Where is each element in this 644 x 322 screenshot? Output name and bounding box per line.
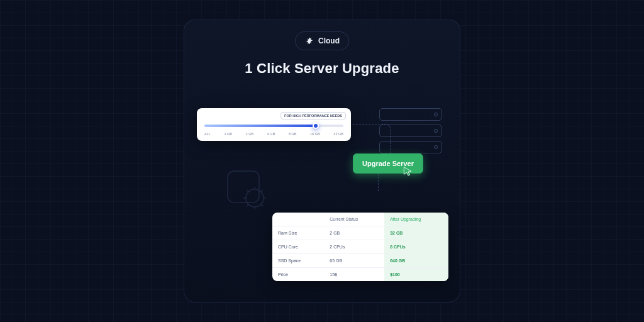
brand-icon — [304, 36, 314, 46]
tick: ALL — [204, 132, 211, 136]
connector-line — [353, 124, 391, 155]
table-row: Price15$$160 — [272, 268, 448, 282]
tick: 4 GB — [267, 132, 275, 136]
feature-card: Cloud 1 Click Server Upgrade FOR HIGH PE… — [184, 19, 460, 303]
server-icon — [379, 108, 442, 121]
row-label: CPU Core — [272, 240, 324, 254]
table-row: CPU Core2 CPUs8 CPUs — [272, 240, 448, 254]
table-row: SSD Space65 GB640 GB — [272, 254, 448, 268]
comparison-table: Current Status After Upgrading Ram Size2… — [272, 213, 448, 281]
cursor-icon — [402, 166, 414, 179]
col-header-after: After Upgrading — [384, 213, 448, 226]
table-row: Ram Size2 GB32 GB — [272, 226, 448, 240]
brand-pill: Cloud — [295, 31, 349, 50]
tick: 1 GB — [224, 132, 232, 136]
after-value: $160 — [384, 268, 448, 282]
tick: 2 GB — [246, 132, 254, 136]
tick: 32 GB — [333, 132, 343, 136]
slider-fill — [204, 125, 316, 127]
current-value: 2 CPUs — [324, 240, 384, 254]
row-label: Ram Size — [272, 226, 324, 240]
after-value: 32 GB — [384, 226, 448, 240]
slider-track[interactable] — [204, 125, 343, 127]
col-header-current: Current Status — [324, 213, 384, 226]
svg-point-1 — [246, 189, 264, 207]
current-value: 2 GB — [324, 226, 384, 240]
current-value: 15$ — [324, 268, 384, 282]
after-value: 640 GB — [384, 254, 448, 268]
row-label: Price — [272, 268, 324, 282]
current-value: 65 GB — [324, 254, 384, 268]
page-title: 1 Click Server Upgrade — [184, 60, 460, 77]
tick: 8 GB — [289, 132, 297, 136]
col-header — [272, 213, 324, 226]
tick: 16 GB — [310, 132, 320, 136]
brand-name: Cloud — [318, 36, 340, 45]
cpu-gear-icon — [212, 155, 275, 218]
outer-container: Cloud 1 Click Server Upgrade FOR HIGH PE… — [0, 0, 644, 322]
row-label: SSD Space — [272, 254, 324, 268]
connector-line — [378, 174, 379, 191]
slider-ticks: ALL 1 GB 2 GB 4 GB 8 GB 16 GB 32 GB — [204, 132, 343, 136]
ram-slider-card: FOR HIGH PERFORMANCE NEEDS ALL 1 GB 2 GB… — [197, 108, 351, 141]
slider-tooltip: FOR HIGH PERFORMANCE NEEDS — [280, 112, 346, 119]
after-value: 8 CPUs — [384, 240, 448, 254]
slider-thumb[interactable] — [313, 123, 319, 129]
